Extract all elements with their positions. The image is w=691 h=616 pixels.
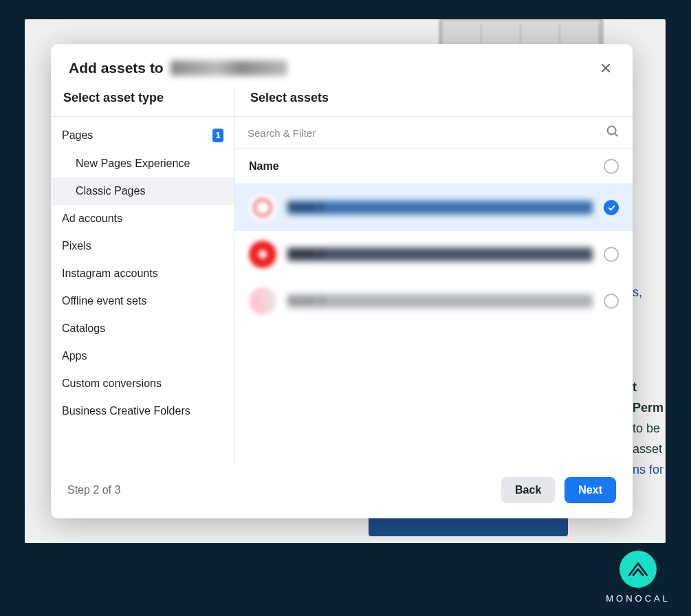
name-column-label: Name — [249, 160, 279, 173]
next-button[interactable]: Next — [564, 477, 616, 503]
asset-select-toggle[interactable] — [604, 294, 619, 309]
modal-body: Select asset type Pages 1 New Pages Expe… — [51, 88, 633, 465]
svg-point-2 — [608, 126, 616, 135]
asset-avatar — [249, 287, 276, 315]
modal-title: Add assets to Redacted Account — [69, 60, 287, 76]
bg-partial-text-1: s, — [633, 280, 666, 304]
asset-type-new-pages-experience[interactable]: New Pages Experience — [51, 150, 234, 177]
asset-type-classic-pages[interactable]: Classic Pages — [51, 177, 234, 205]
asset-name-redacted: Asset 1 — [287, 201, 593, 214]
search-input[interactable] — [248, 127, 605, 139]
asset-type-label: Classic Pages — [76, 185, 145, 197]
asset-avatar — [249, 241, 276, 268]
asset-type-ad-accounts[interactable]: Ad accounts — [51, 205, 234, 232]
search-row — [235, 116, 633, 148]
asset-type-label: Catalogs — [62, 322, 105, 335]
assets-panel: Select assets Name Asset 1 — [235, 88, 633, 465]
asset-avatar — [249, 194, 276, 221]
asset-type-label: Custom conversions — [62, 377, 162, 390]
asset-type-label: Pixels — [62, 240, 91, 252]
asset-type-pixels[interactable]: Pixels — [51, 232, 234, 260]
asset-type-label: Instagram accounts — [62, 267, 158, 280]
asset-select-toggle[interactable] — [604, 247, 619, 262]
asset-name-redacted: Asset 2 — [287, 248, 593, 261]
step-indicator: Step 2 of 3 — [67, 484, 120, 496]
asset-row[interactable]: Asset 1 — [235, 184, 633, 231]
close-icon[interactable] — [597, 59, 615, 77]
asset-type-badge: 1 — [212, 129, 223, 142]
asset-type-label: Pages — [62, 129, 93, 142]
asset-type-offline-event-sets[interactable]: Offline event sets — [51, 287, 234, 315]
back-button[interactable]: Back — [501, 477, 555, 503]
asset-row[interactable]: Asset 2 — [235, 231, 633, 278]
search-icon[interactable] — [605, 124, 620, 142]
assets-heading: Select assets — [235, 88, 633, 116]
asset-type-apps[interactable]: Apps — [51, 342, 234, 370]
asset-type-business-creative-folders[interactable]: Business Creative Folders — [51, 397, 234, 425]
asset-type-custom-conversions[interactable]: Custom conversions — [51, 370, 234, 397]
asset-type-label: Ad accounts — [62, 212, 122, 225]
select-all-toggle[interactable] — [604, 159, 619, 174]
asset-type-catalogs[interactable]: Catalogs — [51, 315, 234, 342]
asset-type-pages[interactable]: Pages 1 — [51, 121, 234, 150]
modal-title-prefix: Add assets to — [69, 60, 164, 76]
asset-type-list: Pages 1 New Pages Experience Classic Pag… — [51, 117, 234, 425]
svg-line-3 — [615, 133, 617, 136]
asset-type-sidebar: Select asset type Pages 1 New Pages Expe… — [51, 88, 235, 465]
asset-type-label: New Pages Experience — [76, 157, 190, 170]
brand-logo-icon — [619, 551, 657, 588]
assets-name-header: Name — [235, 148, 633, 184]
asset-select-toggle[interactable] — [604, 200, 619, 215]
modal-footer: Step 2 of 3 Back Next — [51, 465, 633, 518]
asset-type-instagram-accounts[interactable]: Instagram accounts — [51, 260, 234, 287]
brand-logo: MONOCAL — [606, 551, 670, 604]
asset-row[interactable]: Asset 3 — [235, 278, 633, 324]
footer-actions: Back Next — [501, 477, 616, 503]
modal-title-account-redacted: Redacted Account — [171, 60, 287, 76]
modal-header: Add assets to Redacted Account — [51, 44, 633, 88]
asset-type-label: Apps — [62, 350, 87, 362]
asset-rows: Asset 1 Asset 2 Asset 3 — [235, 184, 633, 324]
brand-name: MONOCAL — [606, 593, 670, 604]
asset-type-label: Offline event sets — [62, 295, 146, 307]
add-assets-modal: Add assets to Redacted Account Select as… — [51, 44, 633, 518]
bg-partial-text-2: t Perm to be asset ns for — [633, 377, 666, 480]
asset-type-label: Business Creative Folders — [62, 405, 190, 417]
asset-name-redacted: Asset 3 — [287, 294, 593, 308]
